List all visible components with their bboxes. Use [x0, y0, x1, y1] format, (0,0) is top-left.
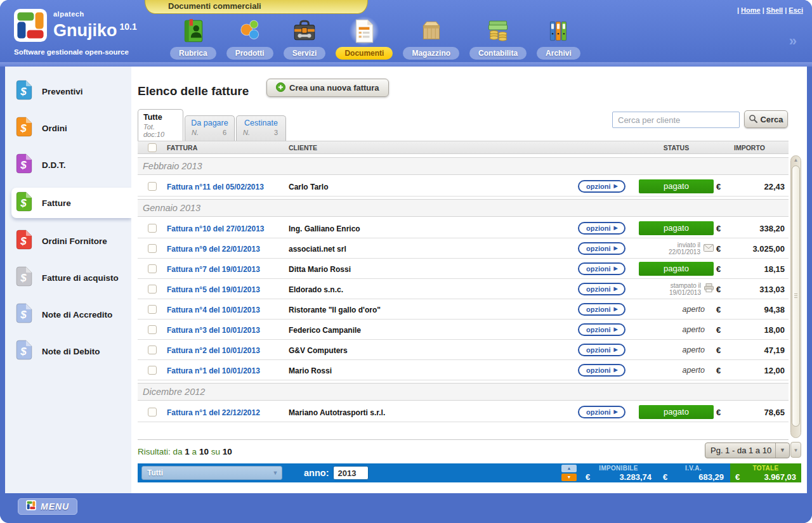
row-checkbox[interactable] — [148, 325, 157, 334]
nav-expand-icon[interactable]: » — [789, 33, 797, 49]
options-button[interactable]: opzioni▶ — [578, 364, 625, 377]
invoice-link[interactable]: Fattura n°3 del 10/01/2013 — [167, 326, 260, 335]
options-button[interactable]: opzioni▶ — [578, 406, 625, 418]
amount-value: 313,03 — [759, 285, 785, 294]
scroll-up-icon[interactable]: ▲ — [791, 157, 801, 163]
currency-symbol: € — [716, 264, 721, 274]
sidebar-item-note-di-accredito[interactable]: $Note di Accredito — [5, 300, 131, 328]
options-button[interactable]: opzioni▶ — [578, 262, 625, 275]
status-note: stampato il19/01/2013 — [639, 282, 714, 296]
tab-cestinate[interactable]: CestinateN.3 — [236, 115, 286, 141]
nav-item-label: Archivi — [537, 47, 580, 60]
row-checkbox[interactable] — [148, 345, 157, 354]
dollar-document-icon: $ — [15, 80, 33, 103]
row-checkbox[interactable] — [148, 408, 157, 416]
amount-value: 338,20 — [759, 224, 785, 233]
select-all-checkbox[interactable] — [148, 143, 157, 152]
invoice-row: Fattura n°7 del 19/01/2013Ditta Mario Ro… — [138, 259, 789, 279]
invoice-link[interactable]: Fattura n°9 del 22/01/2013 — [167, 245, 260, 254]
amount-value: 18,00 — [764, 325, 785, 335]
dollar-document-icon: $ — [15, 229, 33, 252]
svg-text:$: $ — [20, 197, 27, 209]
invoice-link[interactable]: Fattura n°1 del 22/12/2012 — [167, 408, 260, 417]
client-name: associati.net srl — [289, 245, 346, 254]
nav-item-rubrica[interactable]: Rubrica — [170, 16, 216, 60]
menu-button[interactable]: MENU — [18, 498, 77, 515]
invoice-row: Fattura n°11 del 05/02/2013Carlo Tarloop… — [138, 176, 789, 197]
invoice-link[interactable]: Fattura n°4 del 10/01/2013 — [167, 306, 260, 314]
sidebar-item-label: D.D.T. — [42, 160, 66, 170]
row-checkbox[interactable] — [148, 264, 157, 273]
sidebar-item-fatture-di-acquisto[interactable]: $Fatture di acquisto — [5, 264, 131, 292]
play-arrow-icon: ▶ — [614, 306, 618, 312]
sidebar-item-ordini-fornitore[interactable]: $Ordini Fornitore — [5, 227, 131, 255]
sidebar-item-preventivi[interactable]: $Preventivi — [5, 77, 131, 105]
nav-item-magazzino[interactable]: Magazzino — [403, 16, 459, 60]
options-button[interactable]: opzioni▶ — [578, 344, 625, 356]
search-button[interactable]: Cerca — [744, 110, 788, 128]
options-label: opzioni — [586, 326, 611, 333]
currency-symbol: € — [716, 366, 721, 375]
nav-item-archivi[interactable]: Archivi — [537, 16, 580, 60]
options-button[interactable]: opzioni▶ — [578, 303, 625, 316]
search-input[interactable] — [612, 112, 740, 128]
row-checkbox[interactable] — [148, 305, 157, 314]
invoice-link[interactable]: Fattura n°5 del 19/01/2013 — [167, 285, 260, 294]
nav-item-contabilita[interactable]: Contabilita — [469, 16, 527, 60]
row-checkbox[interactable] — [148, 224, 157, 233]
search-icon — [749, 114, 757, 125]
invoice-link[interactable]: Fattura n°10 del 27/01/2013 — [167, 224, 265, 233]
sort-up-icon[interactable]: ▲ — [561, 465, 577, 472]
options-button[interactable]: opzioni▶ — [578, 242, 625, 255]
nav-item-documenti[interactable]: Documenti — [336, 16, 393, 60]
invoice-link[interactable]: Fattura n°7 del 19/01/2013 — [167, 265, 260, 274]
scrollbar-thumb[interactable] — [792, 165, 800, 427]
amount-value: 78,65 — [764, 408, 785, 417]
sort-down-icon[interactable]: ▼ — [561, 474, 577, 481]
sidebar-item-fatture[interactable]: $Fatture — [11, 188, 131, 218]
invoice-row: Fattura n°1 del 22/12/2012Mariano Autotr… — [138, 402, 789, 422]
options-button[interactable]: opzioni▶ — [578, 180, 625, 193]
page-select[interactable]: Pg. 1 - da 1 a 10 ▼ — [705, 442, 790, 458]
create-invoice-button[interactable]: Crea una nuova fattura — [266, 79, 389, 97]
tab-tutte[interactable]: TutteTot. doc:10 — [138, 109, 183, 141]
results-summary: Risultati: da 1 a 10 su 10 — [138, 447, 232, 456]
status-badge-paid: pagato — [639, 179, 714, 193]
brand: alpatech Gnujiko10.1 Software gestionale… — [14, 9, 137, 56]
top-link-home[interactable]: Home — [741, 6, 761, 14]
options-button[interactable]: opzioni▶ — [578, 222, 625, 235]
svg-text:$: $ — [20, 235, 27, 247]
row-checkbox[interactable] — [148, 182, 157, 191]
options-label: opzioni — [586, 366, 611, 374]
scroll-down-icon[interactable]: ▼ — [790, 442, 801, 458]
client-filter-select[interactable]: Tutti ▼ — [141, 466, 282, 480]
options-button[interactable]: opzioni▶ — [578, 323, 625, 336]
sidebar-item-note-di-debito[interactable]: $Note di Debito — [5, 337, 131, 365]
nav-item-prodotti[interactable]: Prodotti — [226, 16, 273, 60]
sidebar-item-ordini[interactable]: $Ordini — [5, 114, 131, 142]
anno-input[interactable] — [333, 466, 369, 480]
sidebar-item-d-d-t-[interactable]: $D.D.T. — [5, 151, 131, 179]
nav-item-servizi[interactable]: Servizi — [284, 16, 326, 60]
currency-symbol: € — [716, 305, 721, 314]
row-checkbox[interactable] — [148, 285, 157, 294]
row-checkbox[interactable] — [148, 366, 157, 375]
options-label: opzioni — [586, 245, 611, 252]
warehouse-box-icon — [417, 16, 446, 46]
play-arrow-icon: ▶ — [614, 266, 618, 271]
plus-icon — [276, 82, 285, 94]
product-circles-icon — [235, 16, 265, 46]
options-label: opzioni — [586, 183, 611, 190]
top-link-esci[interactable]: Esci — [789, 6, 803, 14]
options-button[interactable]: opzioni▶ — [578, 283, 625, 295]
brand-tagline: Software gestionale open-source — [14, 48, 137, 56]
row-checkbox[interactable] — [148, 244, 157, 253]
invoice-link[interactable]: Fattura n°1 del 10/01/2013 — [167, 366, 260, 375]
invoice-link[interactable]: Fattura n°2 del 10/01/2013 — [167, 346, 260, 355]
tab-da-pagare[interactable]: Da pagareN.6 — [185, 115, 235, 141]
app-window: Documenti commerciali alpatech Gnujiko10… — [0, 0, 812, 523]
top-link-shell[interactable]: Shell — [766, 6, 783, 14]
invoice-link[interactable]: Fattura n°11 del 05/02/2013 — [167, 183, 264, 191]
sidebar-item-label: Ordini Fornitore — [42, 236, 107, 246]
scrollbar[interactable]: ▲ — [790, 155, 801, 438]
